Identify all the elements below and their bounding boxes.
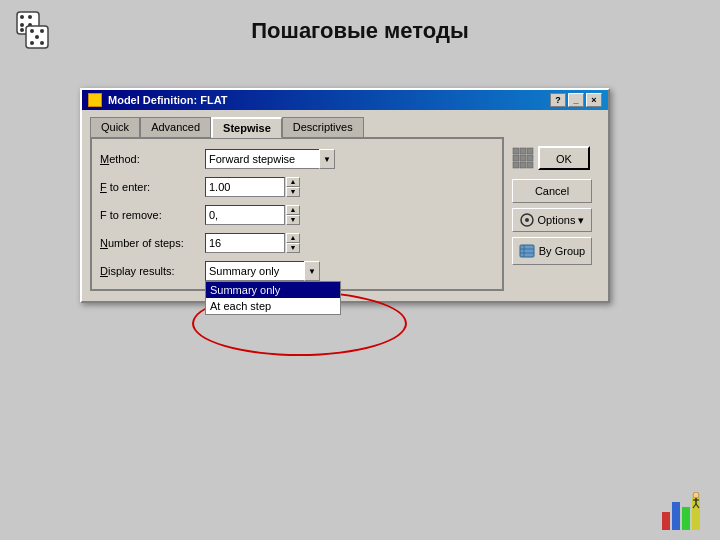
- svg-point-2: [28, 15, 32, 19]
- method-select-wrapper: Forward stepwise ▼: [205, 149, 335, 169]
- svg-rect-17: [520, 155, 526, 161]
- svg-point-10: [35, 35, 39, 39]
- f-remove-up[interactable]: ▲: [286, 205, 300, 215]
- tab-quick[interactable]: Quick: [90, 117, 140, 138]
- svg-point-8: [30, 29, 34, 33]
- svg-point-9: [40, 29, 44, 33]
- svg-point-1: [20, 15, 24, 19]
- ok-button[interactable]: OK: [538, 146, 590, 170]
- svg-rect-16: [513, 155, 519, 161]
- display-dropdown-arrow[interactable]: ▼: [304, 261, 320, 281]
- f-enter-down[interactable]: ▼: [286, 187, 300, 197]
- tab-advanced[interactable]: Advanced: [140, 117, 211, 138]
- tab-stepwise[interactable]: Stepwise: [211, 117, 282, 138]
- dialog-body: Quick Advanced Stepwise Descriptives Met…: [82, 110, 608, 301]
- titlebar-buttons: ? _ ×: [550, 93, 602, 107]
- display-dropdown-list: Summary only At each step: [205, 281, 341, 315]
- dialog-titlebar: Model Definition: FLAT ? _ ×: [82, 90, 608, 110]
- options-button[interactable]: Options ▾: [512, 208, 592, 232]
- method-dropdown-arrow[interactable]: ▼: [319, 149, 335, 169]
- f-remove-spinner-btns: ▲ ▼: [286, 205, 300, 225]
- method-row: Method: Forward stepwise ▼: [100, 149, 494, 169]
- options-label: Options ▾: [538, 209, 585, 231]
- dropdown-item-summary[interactable]: Summary only: [206, 282, 340, 298]
- page-title: Пошаговые методы: [0, 0, 720, 58]
- svg-rect-24: [520, 245, 534, 257]
- svg-point-12: [40, 41, 44, 45]
- num-steps-spinner: ▲ ▼: [205, 233, 300, 253]
- close-button[interactable]: ×: [586, 93, 602, 107]
- svg-rect-13: [513, 148, 519, 154]
- display-select-outer: Summary only ▼: [205, 261, 320, 281]
- display-results-row: Display results: Summary only ▼ Summary …: [100, 261, 494, 281]
- display-results-wrapper: Summary only ▼ Summary only At each step: [205, 261, 320, 281]
- dropdown-item-each-step[interactable]: At each step: [206, 298, 340, 314]
- dialog-title-text: Model Definition: FLAT: [88, 93, 228, 107]
- grid-icon: [512, 147, 534, 169]
- f-enter-spinner: ▲ ▼: [205, 177, 300, 197]
- svg-rect-14: [520, 148, 526, 154]
- tab-descriptives[interactable]: Descriptives: [282, 117, 364, 138]
- dialog-title-icon: [88, 93, 102, 107]
- num-steps-down[interactable]: ▼: [286, 243, 300, 253]
- svg-rect-18: [527, 155, 533, 161]
- ok-row: OK: [512, 146, 600, 170]
- svg-rect-21: [527, 162, 533, 168]
- left-panel: Quick Advanced Stepwise Descriptives Met…: [90, 116, 504, 291]
- num-steps-input[interactable]: [205, 233, 285, 253]
- f-remove-input[interactable]: [205, 205, 285, 225]
- tab-bar: Quick Advanced Stepwise Descriptives: [90, 116, 504, 137]
- svg-point-3: [20, 23, 24, 27]
- dice-icon: [12, 10, 52, 50]
- f-remove-spinner: ▲ ▼: [205, 205, 300, 225]
- stats-icon: [660, 492, 710, 532]
- num-steps-spinner-btns: ▲ ▼: [286, 233, 300, 253]
- svg-point-5: [20, 28, 24, 32]
- cancel-button[interactable]: Cancel: [512, 179, 592, 203]
- dialog-window: Model Definition: FLAT ? _ × Quick Advan…: [80, 88, 610, 303]
- right-panel: OK Cancel Options ▾: [512, 116, 600, 291]
- minimize-button[interactable]: _: [568, 93, 584, 107]
- display-results-value: Summary only: [205, 261, 320, 281]
- method-value: Forward stepwise: [205, 149, 335, 169]
- f-enter-input[interactable]: [205, 177, 285, 197]
- method-label: Method:: [100, 153, 205, 165]
- num-steps-up[interactable]: ▲: [286, 233, 300, 243]
- f-remove-label: F to remove:: [100, 209, 205, 221]
- svg-rect-28: [662, 512, 670, 530]
- num-steps-row: Number of steps: ▲ ▼: [100, 233, 494, 253]
- svg-rect-29: [672, 502, 680, 530]
- f-enter-spinner-btns: ▲ ▼: [286, 177, 300, 197]
- display-results-label: Display results:: [100, 265, 205, 277]
- f-enter-label: F to enter:: [100, 181, 205, 193]
- svg-point-11: [30, 41, 34, 45]
- svg-rect-20: [520, 162, 526, 168]
- f-remove-row: F to remove: ▲ ▼: [100, 205, 494, 225]
- options-icon: [520, 213, 534, 227]
- by-group-icon: [519, 244, 535, 258]
- svg-rect-19: [513, 162, 519, 168]
- help-button[interactable]: ?: [550, 93, 566, 107]
- page-background: Пошаговые методы Model Definition: FLAT …: [0, 0, 720, 540]
- f-enter-up[interactable]: ▲: [286, 177, 300, 187]
- svg-point-23: [525, 218, 529, 222]
- by-group-button[interactable]: By Group: [512, 237, 592, 265]
- by-group-label: By Group: [539, 245, 585, 257]
- f-enter-row: F to enter: ▲ ▼: [100, 177, 494, 197]
- num-steps-label: Number of steps:: [100, 237, 205, 249]
- content-area: Method: Forward stepwise ▼ F to enter: ▲: [90, 137, 504, 291]
- f-remove-down[interactable]: ▼: [286, 215, 300, 225]
- svg-rect-30: [682, 507, 690, 530]
- svg-rect-15: [527, 148, 533, 154]
- svg-point-32: [693, 492, 699, 498]
- dialog-title-label: Model Definition: FLAT: [108, 94, 228, 106]
